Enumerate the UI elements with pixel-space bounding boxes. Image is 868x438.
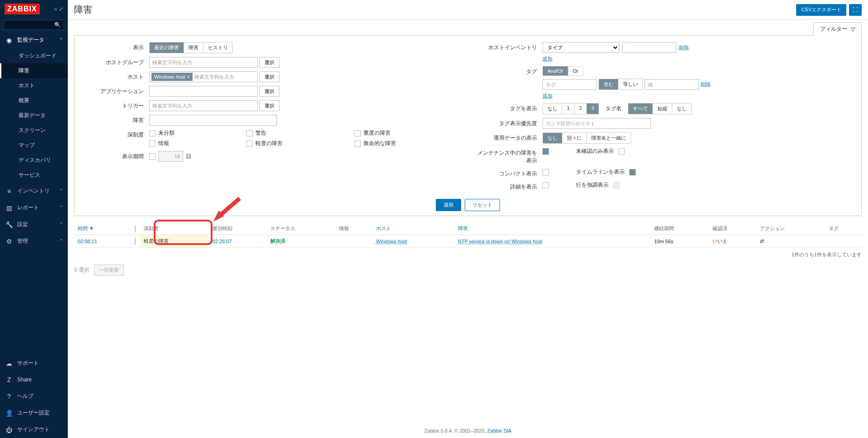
csv-export-button[interactable]: CSVエクスポート — [796, 4, 846, 16]
sidebar-item-障害[interactable]: 障害 — [0, 63, 68, 78]
display-radio-opt-2[interactable]: ヒストリ — [203, 42, 232, 53]
trigger-text[interactable] — [151, 102, 255, 110]
tagname-radio[interactable]: すべて短縮なし — [628, 103, 692, 114]
trigger-input[interactable] — [149, 100, 258, 111]
severity-checkbox[interactable] — [354, 141, 361, 147]
cell-recovery[interactable]: 02:26:07 — [212, 239, 232, 244]
tagprio-input[interactable] — [542, 118, 651, 129]
application-select-button[interactable]: 選択 — [259, 86, 279, 97]
footer-item-サポート[interactable]: ☁サポート — [0, 355, 68, 372]
showtags-radio-opt-1[interactable]: 1 — [562, 104, 575, 114]
details-checkbox[interactable] — [542, 182, 549, 188]
display-radio[interactable]: 最近の障害障害ヒストリ — [149, 42, 233, 53]
nav-section-監視データ[interactable]: ◉監視データ˄ — [0, 32, 68, 48]
hostgroup-select-button[interactable]: 選択 — [259, 57, 279, 68]
filter-tab[interactable]: フィルター ▽ — [813, 22, 862, 36]
sidebar-item-サービス[interactable]: サービス — [0, 168, 68, 183]
search-icon[interactable]: 🔍 — [52, 20, 64, 29]
sidebar-item-ディスカバリ[interactable]: ディスカバリ — [0, 153, 68, 168]
tag-cond-radio[interactable]: 含む等しい — [599, 79, 643, 90]
tag-value-input[interactable] — [645, 79, 699, 90]
age-checkbox[interactable] — [149, 153, 156, 160]
tag-cond-opt-1[interactable]: 等しい — [618, 79, 642, 89]
tag-andor-opt-0[interactable]: And/Or — [543, 66, 568, 75]
opdata-radio-opt-0[interactable]: なし — [543, 133, 562, 143]
severity-checkbox[interactable] — [354, 130, 361, 137]
tag-andor-radio[interactable]: And/OrOr — [542, 66, 583, 76]
opdata-radio-opt-2[interactable]: 障害名と一緒に — [587, 133, 631, 143]
tagname-radio-opt-1[interactable]: 短縮 — [653, 104, 672, 114]
tag-add-link[interactable]: 追加 — [542, 93, 552, 99]
inventory-type-select[interactable]: タイプ — [542, 42, 619, 53]
tagname-radio-opt-2[interactable]: なし — [672, 104, 691, 114]
footer-item-ユーザー設定[interactable]: 👤ユーザー設定 — [0, 405, 68, 421]
tag-andor-opt-1[interactable]: Or — [568, 66, 583, 75]
th-problem[interactable]: 障害 — [454, 222, 651, 235]
showtags-radio-opt-2[interactable]: 2 — [575, 104, 587, 114]
showtags-radio-opt-3[interactable]: 3 — [587, 104, 599, 114]
compact-checkbox[interactable] — [542, 169, 549, 175]
cell-time[interactable]: 02:06:11 — [78, 239, 97, 244]
severity-checkbox[interactable] — [246, 130, 253, 137]
display-radio-opt-1[interactable]: 障害 — [184, 42, 203, 53]
nav-section-管理[interactable]: ⚙管理˅ — [0, 233, 68, 250]
sidebar-item-マップ[interactable]: マップ — [0, 138, 68, 153]
cell-actions[interactable]: ⇄ — [756, 235, 825, 248]
timeline-checkbox[interactable] — [629, 169, 636, 175]
host-tag[interactable]: Windows host× — [151, 73, 193, 81]
row-checkbox[interactable] — [135, 238, 136, 245]
showtags-radio-opt-0[interactable]: なし — [543, 104, 562, 114]
footer-link[interactable]: Zabbix SIA — [487, 428, 512, 433]
tagname-radio-opt-0[interactable]: すべて — [628, 104, 653, 114]
cell-problem[interactable]: NTP service is down on Windows host — [458, 239, 542, 244]
sidebar-search[interactable]: 🔍 — [4, 20, 64, 30]
apply-button[interactable]: 適用 — [436, 199, 461, 211]
footer-item-Share[interactable]: ZShare — [0, 372, 68, 388]
application-input[interactable] — [149, 86, 258, 97]
host-text[interactable] — [193, 73, 255, 81]
sidebar-item-ホスト[interactable]: ホスト — [0, 78, 68, 93]
sidebar-item-最新データ[interactable]: 最新データ — [0, 108, 68, 123]
inventory-delete-link[interactable]: 削除 — [679, 44, 689, 51]
sidebar-item-概要[interactable]: 概要 — [0, 93, 68, 108]
sidebar-collapse-icons[interactable]: « ⤢ — [54, 6, 63, 12]
hostgroup-input[interactable] — [149, 57, 258, 68]
inventory-add-link[interactable]: 追加 — [542, 56, 552, 61]
trigger-select-button[interactable]: 選択 — [259, 100, 279, 111]
host-select-button[interactable]: 選択 — [259, 71, 279, 82]
th-time[interactable]: 時間 ▼ — [74, 222, 131, 235]
problem-input[interactable] — [149, 115, 277, 126]
age-days-input[interactable] — [158, 151, 183, 162]
display-radio-opt-0[interactable]: 最近の障害 — [150, 42, 184, 53]
maint-checkbox[interactable] — [542, 148, 549, 155]
cell-host[interactable]: Windows host — [376, 239, 407, 244]
nav-section-設定[interactable]: 🔧設定˅ — [0, 216, 68, 233]
th-duration: 継続期間 — [651, 222, 708, 235]
footer-item-ヘルプ[interactable]: ?ヘルプ — [0, 388, 68, 405]
opdata-radio[interactable]: なし別々に障害名と一緒に — [542, 132, 631, 144]
unack-checkbox[interactable] — [618, 148, 625, 155]
footer-item-サインアウト[interactable]: ⏻サインアウト — [0, 421, 68, 438]
nav-section-レポート[interactable]: ▥レポート˅ — [0, 199, 68, 216]
nav-section-インベントリ[interactable]: ≡インベントリ˅ — [0, 183, 68, 199]
severity-checkbox[interactable] — [149, 130, 156, 137]
fullscreen-button[interactable]: ⛶ — [849, 4, 862, 16]
tag-name-input[interactable] — [542, 79, 597, 90]
host-tag-remove[interactable]: × — [187, 74, 189, 80]
th-host[interactable]: ホスト — [373, 222, 454, 235]
host-input[interactable]: Windows host× — [149, 71, 258, 82]
tag-cond-opt-0[interactable]: 含む — [599, 79, 618, 89]
reset-button[interactable]: リセット — [465, 199, 500, 211]
severity-checkbox[interactable] — [246, 141, 253, 147]
th-checkbox[interactable] — [135, 226, 136, 232]
showtags-radio[interactable]: なし123 — [542, 103, 599, 114]
cell-ack[interactable]: いいえ — [712, 238, 727, 244]
sidebar-search-input[interactable] — [4, 20, 52, 29]
sidebar-item-ダッシュボード[interactable]: ダッシュボード — [0, 48, 68, 63]
tag-delete-link[interactable]: 削除 — [701, 81, 711, 88]
sidebar-item-スクリーン[interactable]: スクリーン — [0, 123, 68, 138]
inventory-value-input[interactable] — [622, 42, 676, 53]
hostgroup-text[interactable] — [151, 58, 255, 66]
severity-checkbox[interactable] — [149, 141, 156, 147]
opdata-radio-opt-1[interactable]: 別々に — [562, 133, 587, 143]
